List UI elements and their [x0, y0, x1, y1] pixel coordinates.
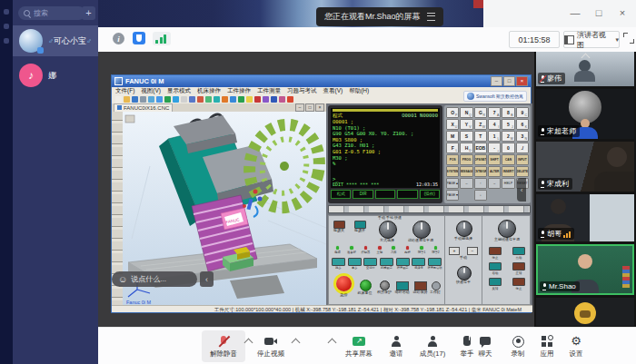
menu-item: 习题与考试: [287, 87, 317, 95]
video-options-chevron-icon[interactable]: [292, 339, 301, 348]
search-input[interactable]: 搜索: [18, 6, 85, 20]
mdi-key: M: [446, 131, 459, 142]
mdi-key: FL: [446, 143, 459, 153]
mdi-key: 0: [502, 143, 514, 153]
menu-item: 工件测量: [257, 87, 281, 95]
spindle-button: 启动: [485, 262, 505, 275]
program-line: G90 G54 G00 X0. Y0. Z100. ;: [333, 131, 438, 137]
banner-menu-icon[interactable]: [427, 13, 435, 21]
rail-icon[interactable]: [4, 9, 9, 15]
doc-window-control-icon: –: [295, 103, 304, 112]
mdi-key: T: [474, 131, 487, 142]
status-led: 电源: [331, 246, 344, 254]
Mr.Shao-icon[interactable]: Mr.Shao: [536, 244, 634, 295]
rail-icon[interactable]: [4, 24, 9, 29]
feed-override-knob: [412, 221, 431, 239]
invite-icon[interactable]: 邀请: [382, 330, 411, 362]
fullscreen-icon[interactable]: [623, 33, 634, 44]
廖伟-icon[interactable]: 廖伟: [536, 52, 634, 86]
network-signal-icon[interactable]: [153, 32, 171, 45]
crt-mode-label: 程式: [333, 113, 343, 119]
tool-magazine-icon: [197, 96, 204, 103]
avatar: [19, 29, 43, 53]
cnc-control-panel: 程式 O0001 N00000 O0001 ;N10 (T01) ;G90 G5…: [326, 103, 532, 307]
security-shield-icon[interactable]: [133, 32, 145, 44]
mdi-key: 5J: [502, 119, 514, 130]
shared-screen: FANUC 0i M –□× 文件(F)视图(V)显示模式机床操作工件操作工件测…: [98, 52, 534, 327]
record-icon[interactable]: 录制: [503, 330, 532, 362]
members-icon[interactable]: 成员(17): [412, 330, 452, 362]
mic-icon: [540, 75, 545, 83]
watching-banner: 您正在观看Mr.Shao的屏幕: [316, 7, 443, 26]
mdi-function-key: DELETE: [516, 166, 529, 177]
pan-icon: [164, 96, 171, 103]
mdi-key: XU: [446, 119, 459, 130]
quick-chat-input[interactable]: ☺ 说点什么...: [112, 271, 197, 287]
view-mode-button[interactable]: 演讲者视图 ▾: [563, 31, 620, 48]
program-line: M03 S800 ;: [333, 137, 438, 143]
emoji-icon[interactable]: ☺: [118, 275, 127, 284]
window-control-icon[interactable]: □: [592, 7, 605, 18]
program-line: N10 (T01) ;: [333, 125, 438, 132]
mode-select-knob: [379, 221, 397, 239]
softkey: DIR: [353, 190, 373, 199]
window-titlebar: —□×: [483, 0, 636, 27]
program-line: G01 Z-0.5 F100 ;: [333, 149, 438, 155]
workpiece-icon: [205, 96, 212, 103]
watching-banner-text: 您正在观看Mr.Shao的屏幕: [324, 11, 421, 23]
add-contact-button[interactable]: +: [82, 6, 95, 20]
menu-item: 机床操作: [197, 87, 221, 95]
participant-tile[interactable]: [536, 298, 634, 326]
宋成利-icon[interactable]: 宋成利: [536, 142, 634, 192]
open-icon: [124, 96, 130, 103]
measure-icon: [222, 96, 228, 103]
crt-status: EDIT **** *** ***: [333, 182, 379, 187]
mic-icon: [542, 283, 547, 290]
desktop: 搜索 + ♂可心小宝♂ ♪ 娜 —□× 您正在观看Mr.Shao的屏幕 i: [0, 0, 636, 364]
宋超老师-icon[interactable]: 宋超老师: [536, 89, 634, 139]
globe-icon: [467, 93, 474, 100]
program-line: M30 ;: [333, 155, 438, 162]
mode-button: 程序再启动: [427, 258, 442, 271]
participant-name: 宋超老师: [547, 126, 576, 136]
window-control-icon[interactable]: ×: [616, 7, 629, 18]
spindle-button: 正转: [509, 262, 529, 275]
spindle-button: 停止: [509, 278, 529, 290]
help-icon: [279, 96, 285, 103]
spindle-button: 点动: [509, 247, 529, 260]
stop-video-icon[interactable]: 停止视频: [251, 330, 291, 362]
unmute-icon[interactable]: 解除静音: [202, 330, 245, 362]
meeting-info-icon[interactable]: i: [113, 33, 124, 44]
可心小宝-icon[interactable]: ♂可心小宝♂: [13, 25, 98, 56]
zoom-in-icon: [148, 96, 154, 103]
mdi-function-key: CAN: [502, 154, 514, 165]
mdi-nav-key: ↓: [474, 190, 487, 201]
娜-icon[interactable]: ♪ 娜: [13, 60, 98, 91]
panel-collapse-handle[interactable]: ‹: [517, 178, 526, 202]
rail-icon[interactable]: [4, 38, 9, 44]
share-screen-icon[interactable]: 共享屏幕: [338, 330, 380, 362]
sim-window-control-icon: ×: [516, 76, 528, 86]
mdi-nav-key: PAGE▼: [446, 190, 459, 201]
stop-icon: [254, 96, 261, 103]
chat-icon[interactable]: 聊天: [469, 330, 502, 362]
settings-icon[interactable]: 设置: [561, 330, 591, 362]
spindle-button: 反转: [485, 278, 505, 290]
chat-collapse-icon[interactable]: ‹: [200, 271, 214, 287]
window-control-icon[interactable]: —: [569, 7, 581, 18]
file-icon: [117, 105, 122, 110]
toolbar-icon: [540, 335, 554, 348]
mdi-function-key: INPUT: [516, 154, 529, 165]
mdi-key: ZW: [474, 119, 487, 130]
softkey: (操作): [420, 190, 440, 199]
softkey: 程式: [331, 190, 351, 199]
apps-icon[interactable]: 应用: [532, 330, 561, 362]
mdi-nav-key: PAGE▲: [446, 178, 459, 189]
single-block-icon: [263, 96, 269, 103]
胡哥-icon[interactable]: 胡哥: [536, 194, 634, 241]
share-options-chevron-icon[interactable]: [328, 339, 337, 348]
simulator-statusbar: 工件尺寸:100.000*100.000*40.000 | 机械 X:-398.…: [112, 305, 532, 312]
rotate-icon: [173, 96, 179, 103]
mdi-key: 3N: [516, 131, 529, 142]
program-number: O0001 N00000: [402, 113, 438, 119]
